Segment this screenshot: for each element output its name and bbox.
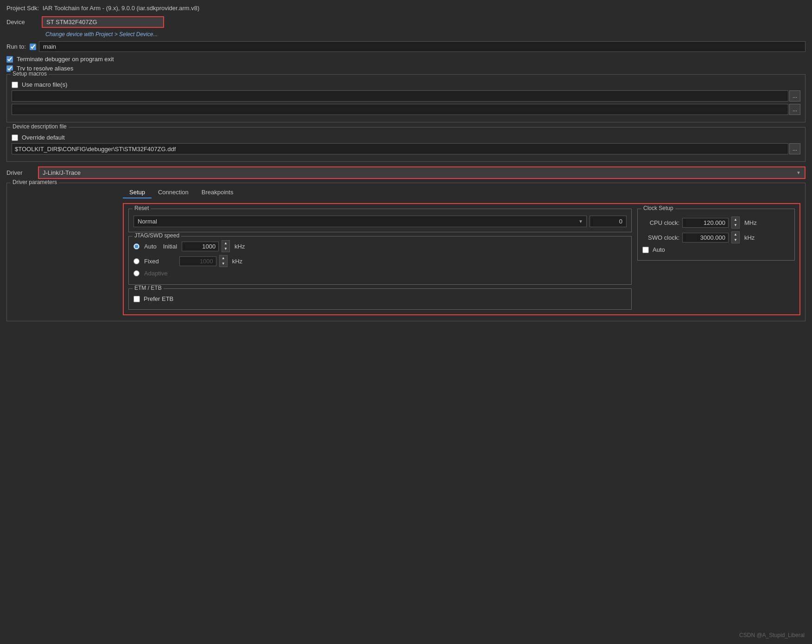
driver-right-panel: Clock Setup CPU clock: ▲ ▼ MHz bbox=[637, 209, 795, 310]
device-row: Device bbox=[6, 16, 806, 28]
etm-group: ETM / ETB Prefer ETB bbox=[128, 288, 632, 310]
cpu-clock-spin-up[interactable]: ▲ bbox=[732, 217, 739, 223]
device-label: Device bbox=[6, 19, 39, 26]
jtag-swd-title: JTAG/SWD speed bbox=[133, 232, 181, 239]
swo-clock-spin: ▲ ▼ bbox=[731, 231, 740, 243]
tab-connection[interactable]: Connection bbox=[152, 187, 195, 198]
use-macro-label: Use macro file(s) bbox=[22, 81, 67, 88]
terminate-debugger-label: Terminate debugger on program exit bbox=[17, 56, 114, 63]
setup-macros-group: Setup macros Use macro file(s) ... ... bbox=[6, 74, 806, 122]
device-hint-row: Change device with Project > Select Devi… bbox=[42, 31, 806, 38]
clock-setup-content: CPU clock: ▲ ▼ MHz SWO clock: bbox=[642, 217, 790, 253]
project-sdk-label: Project Sdk: bbox=[6, 5, 39, 12]
driver-content-panel: Reset Normal Software Hardware ▼ bbox=[123, 203, 800, 315]
driver-left-panel: Reset Normal Software Hardware ▼ bbox=[128, 209, 632, 310]
device-desc-title: Device description file bbox=[11, 123, 69, 130]
cpu-clock-spin: ▲ ▼ bbox=[731, 217, 740, 229]
driver-select-wrapper: J-Link/J-Trace CMSIS-DAP I-jet ST-LINK ▼ bbox=[38, 166, 806, 179]
driver-tabs-bar: Setup Connection Breakpoints bbox=[123, 187, 800, 198]
jtag-fixed-unit: kHz bbox=[232, 258, 242, 265]
device-desc-path-row: ... bbox=[12, 143, 800, 154]
jtag-initial-spin-down[interactable]: ▼ bbox=[222, 246, 229, 252]
driver-row: Driver J-Link/J-Trace CMSIS-DAP I-jet ST… bbox=[6, 166, 806, 179]
tab-breakpoints[interactable]: Breakpoints bbox=[195, 187, 240, 198]
prefer-etb-row: Prefer ETB bbox=[133, 295, 627, 302]
swo-clock-unit: kHz bbox=[744, 234, 755, 241]
jtag-adaptive-radio[interactable] bbox=[133, 270, 140, 276]
terminate-debugger-row: Terminate debugger on program exit bbox=[6, 56, 806, 63]
run-to-checkbox[interactable] bbox=[30, 44, 36, 50]
cpu-clock-unit: MHz bbox=[744, 219, 757, 226]
reset-group-title: Reset bbox=[133, 205, 151, 211]
jtag-fixed-radio[interactable] bbox=[133, 258, 140, 264]
cpu-clock-spin-down[interactable]: ▼ bbox=[732, 223, 739, 228]
macro-input2-row: ... bbox=[12, 104, 800, 115]
use-macro-row: Use macro file(s) bbox=[12, 81, 800, 88]
prefer-etb-label: Prefer ETB bbox=[144, 295, 173, 302]
device-input-wrapper bbox=[42, 16, 164, 28]
jtag-initial-input[interactable] bbox=[182, 242, 219, 251]
jtag-initial-spin: ▲ ▼ bbox=[222, 240, 230, 252]
macro-browse2-button[interactable]: ... bbox=[789, 104, 800, 115]
etm-group-title: ETM / ETB bbox=[133, 285, 164, 291]
cpu-clock-row: CPU clock: ▲ ▼ MHz bbox=[642, 217, 790, 229]
device-input[interactable] bbox=[43, 17, 163, 27]
project-sdk-row: Project Sdk: IAR Toolchain for Arm - (9.… bbox=[6, 5, 806, 12]
cpu-clock-input[interactable] bbox=[682, 218, 729, 228]
run-to-row: Run to: bbox=[6, 41, 806, 52]
driver-select[interactable]: J-Link/J-Trace CMSIS-DAP I-jet ST-LINK bbox=[39, 167, 805, 178]
device-desc-content: Override default ... bbox=[12, 134, 800, 154]
driver-params-title: Driver parameters bbox=[11, 179, 59, 185]
jtag-auto-label: Auto bbox=[144, 243, 157, 250]
clock-auto-checkbox[interactable] bbox=[642, 247, 649, 253]
swo-clock-row: SWO clock: ▲ ▼ kHz bbox=[642, 231, 790, 243]
swo-clock-label: SWO clock: bbox=[642, 234, 679, 241]
jtag-auto-radio[interactable] bbox=[133, 243, 140, 249]
device-desc-browse-button[interactable]: ... bbox=[789, 143, 800, 154]
jtag-fixed-spin: ▲ ▼ bbox=[219, 255, 228, 267]
main-container: Project Sdk: IAR Toolchain for Arm - (9.… bbox=[0, 0, 812, 326]
jtag-auto-row: Auto Initial ▲ ▼ kHz bbox=[133, 240, 627, 252]
override-default-label: Override default bbox=[22, 134, 65, 141]
swo-clock-input[interactable] bbox=[682, 233, 729, 242]
watermark: CSDN @A_Stupid_Liberal bbox=[739, 632, 805, 638]
driver-label: Driver bbox=[6, 169, 34, 176]
jtag-adaptive-label: Adaptive bbox=[144, 270, 168, 277]
resolve-aliases-row: Try to resolve aliases bbox=[6, 65, 806, 72]
reset-row: Normal Software Hardware ▼ bbox=[133, 216, 627, 227]
macro-browse1-button[interactable]: ... bbox=[789, 90, 800, 102]
driver-select-container: J-Link/J-Trace CMSIS-DAP I-jet ST-LINK ▼ bbox=[39, 167, 805, 178]
terminate-debugger-checkbox[interactable] bbox=[6, 56, 13, 63]
clock-setup-group: Clock Setup CPU clock: ▲ ▼ MHz bbox=[637, 209, 795, 261]
jtag-adaptive-row: Adaptive bbox=[133, 270, 627, 277]
use-macro-checkbox[interactable] bbox=[12, 82, 18, 88]
run-to-input[interactable] bbox=[39, 41, 806, 52]
jtag-swd-group: JTAG/SWD speed Auto Initial ▲ ▼ kHz bbox=[128, 236, 632, 285]
macro-input1[interactable] bbox=[12, 90, 788, 102]
device-desc-path-input[interactable] bbox=[12, 143, 788, 154]
cpu-clock-label: CPU clock: bbox=[642, 219, 679, 226]
reset-group: Reset Normal Software Hardware ▼ bbox=[128, 209, 632, 232]
override-default-checkbox[interactable] bbox=[12, 134, 18, 141]
reset-value-input[interactable] bbox=[590, 216, 627, 227]
clock-auto-label: Auto bbox=[653, 246, 665, 253]
swo-clock-spin-up[interactable]: ▲ bbox=[732, 232, 739, 237]
jtag-initial-spin-up[interactable]: ▲ bbox=[222, 241, 229, 246]
jtag-fixed-spin-up[interactable]: ▲ bbox=[220, 255, 227, 261]
swo-clock-spin-down[interactable]: ▼ bbox=[732, 237, 739, 243]
driver-params-group: Driver parameters Setup Connection Break… bbox=[6, 183, 806, 321]
tab-setup[interactable]: Setup bbox=[123, 187, 152, 198]
jtag-fixed-spin-down[interactable]: ▼ bbox=[220, 261, 227, 267]
setup-macros-title: Setup macros bbox=[11, 70, 49, 77]
jtag-initial-label: Initial bbox=[163, 243, 177, 250]
reset-select[interactable]: Normal Software Hardware bbox=[133, 216, 587, 227]
macro-input1-row: ... bbox=[12, 90, 800, 102]
jtag-fixed-input[interactable] bbox=[179, 256, 216, 266]
clock-setup-title: Clock Setup bbox=[641, 205, 675, 211]
prefer-etb-checkbox[interactable] bbox=[133, 296, 140, 302]
clock-auto-row: Auto bbox=[642, 246, 790, 253]
project-sdk-value: IAR Toolchain for Arm - (9.x), 9.0.0 (ia… bbox=[43, 5, 200, 12]
macro-input2[interactable] bbox=[12, 104, 788, 115]
reset-select-wrapper: Normal Software Hardware ▼ bbox=[133, 216, 587, 227]
jtag-initial-unit: kHz bbox=[235, 243, 245, 250]
